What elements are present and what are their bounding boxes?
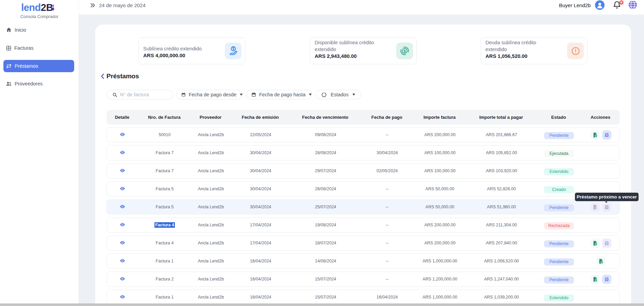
svg-text:$: $ (403, 49, 406, 53)
svg-text:$: $ (232, 47, 234, 51)
